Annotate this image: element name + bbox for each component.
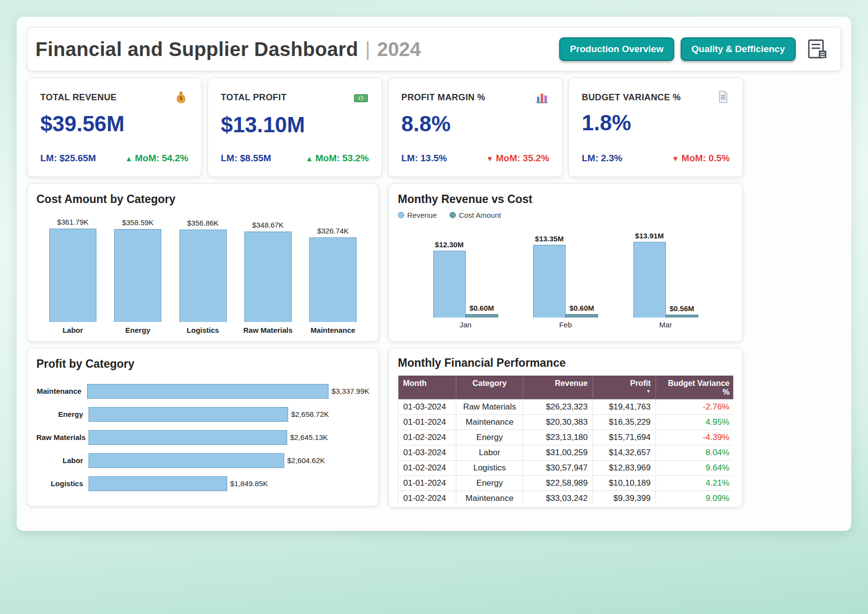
legend-item-revenue[interactable]: Revenue: [398, 211, 437, 219]
column-header-budget-variance[interactable]: Budget Variance %: [656, 376, 734, 400]
profit-bar-raw-materials[interactable]: Raw Materials$2,645.13K: [36, 430, 369, 445]
kpi-mom-value: ▲MoM: 53.2%: [305, 153, 369, 164]
cell-revenue: $33,03,242: [523, 491, 593, 504]
table-wrap[interactable]: MonthCategoryRevenueProfit▼Budget Varian…: [398, 376, 733, 503]
cost-amount-bar-jan[interactable]: $0.60M: [466, 304, 498, 318]
kpi-label: TOTAL REVENUE: [40, 90, 117, 103]
cell-profit: $9,39,399: [593, 491, 656, 504]
profit-bar-labor[interactable]: Labor$2,604.62K: [36, 453, 369, 468]
table-row[interactable]: 01-03-2024Raw Materials$26,23,323$19,41,…: [398, 400, 734, 415]
table-row[interactable]: 01-02-2024Energy$23,13,180$15,71,694-4.3…: [398, 430, 734, 445]
title-separator: |: [365, 38, 370, 60]
document-icon: [716, 90, 730, 106]
kpi-last-month-value: LM: $25.65M: [40, 153, 96, 164]
dashboard-canvas: Financial and Supplier Dashboard | 2024 …: [17, 17, 851, 531]
revenue-bar-feb[interactable]: $13.35M: [533, 234, 566, 318]
table-row[interactable]: 01-02-2024Maintenance$33,03,242$9,39,399…: [398, 491, 734, 504]
cost-amount-bar-feb[interactable]: $0.60M: [566, 304, 598, 318]
cell-category: Energy: [456, 430, 523, 445]
bar[interactable]: [89, 476, 227, 491]
bar-value-label: $3,337.99K: [331, 387, 369, 395]
table-row[interactable]: 01-03-2024Labor$31,00,259$14,32,6578.04%: [398, 445, 734, 461]
bar[interactable]: [309, 237, 357, 322]
bar[interactable]: [89, 430, 287, 445]
kpi-card-profit-margin: PROFIT MARGIN %8.8%LM: 13.5%▼MoM: 35.2%: [388, 78, 563, 177]
revenue-vs-cost-legend: RevenueCost Amount: [398, 211, 733, 219]
kpi-mom-value: ▲MoM: 54.2%: [125, 153, 188, 164]
bar[interactable]: [89, 407, 288, 422]
revenue-bar-jan[interactable]: $12.30M: [433, 240, 466, 318]
month-axis-label: Mar: [659, 321, 672, 329]
bar[interactable]: [244, 232, 292, 322]
cost-bar-energy[interactable]: $358.59KEnergy: [107, 210, 168, 336]
bar[interactable]: [433, 251, 466, 318]
legend-item-cost-amount[interactable]: Cost Amount: [449, 211, 501, 219]
bar-category-label: Energy: [36, 410, 89, 418]
cost-amount-bar-mar[interactable]: $0.56M: [666, 304, 698, 318]
cell-category: Labor: [456, 445, 523, 461]
kpi-row: TOTAL REVENUE$$39.56MLM: $25.65M▲MoM: 54…: [27, 78, 841, 177]
bar-value-label: $326.74K: [317, 227, 349, 235]
report-icon[interactable]: [806, 38, 829, 60]
table-row[interactable]: 01-02-2024Logistics$30,57,947$12,83,9699…: [398, 461, 734, 476]
bar[interactable]: [89, 453, 284, 468]
production-overview-button[interactable]: Production Overview: [559, 37, 674, 61]
page-title: Financial and Supplier Dashboard: [35, 38, 358, 60]
cost-by-category-card: Cost Amount by Category $361.79KLabor$35…: [27, 183, 379, 342]
kpi-last-month-value: LM: 2.3%: [582, 153, 622, 164]
bar[interactable]: [87, 384, 329, 399]
bar[interactable]: [49, 229, 96, 322]
bottom-row: Profit by Category Maintenance$3,337.99K…: [27, 348, 841, 507]
triangle-down-icon: ▼: [486, 154, 493, 163]
cell-profit: $12,83,969: [593, 461, 656, 476]
legend-dot-icon: [398, 212, 404, 218]
bar-value-label: $358.59K: [122, 218, 153, 227]
bar[interactable]: [666, 315, 698, 318]
kpi-card-total-revenue: TOTAL REVENUE$$39.56MLM: $25.65M▲MoM: 54…: [27, 78, 202, 177]
money-bag-icon: $: [174, 90, 188, 107]
bar[interactable]: [180, 230, 227, 322]
column-header-profit[interactable]: Profit▼: [593, 376, 656, 400]
column-header-category[interactable]: Category: [456, 376, 523, 400]
cost-bar-maintenance[interactable]: $326.74KMaintenance: [302, 210, 363, 336]
bar-category-label: Logistics: [187, 326, 219, 336]
cost-bar-logistics[interactable]: $356.86KLogistics: [173, 210, 234, 336]
bar[interactable]: [114, 229, 161, 322]
kpi-value: 1.8%: [582, 111, 730, 135]
kpi-value: $39.56M: [40, 112, 188, 136]
month-axis-label: Feb: [559, 321, 572, 329]
bar[interactable]: [566, 314, 598, 318]
table-row[interactable]: 01-01-2024Energy$22,58,989$10,10,1894.21…: [398, 476, 734, 491]
bar-category-label: Labor: [62, 326, 83, 336]
table-row[interactable]: 01-01-2024Maintenance$20,30,383$16,35,22…: [398, 415, 734, 430]
bar-value-label: $2,658.72K: [291, 410, 329, 418]
cost-bar-labor[interactable]: $361.79KLabor: [42, 210, 103, 336]
revenue-bar-mar[interactable]: $13.91M: [633, 232, 666, 318]
quality-defficiency-button[interactable]: Quality & Defficiency: [681, 37, 796, 61]
cell-profit: $15,71,694: [593, 430, 656, 445]
profit-by-category-card: Profit by Category Maintenance$3,337.99K…: [27, 348, 379, 506]
bar[interactable]: [533, 245, 566, 318]
bar-value-label: $13.91M: [635, 232, 663, 240]
kpi-label: TOTAL PROFIT: [221, 90, 287, 103]
chart-title-profit-by-category: Profit by Category: [36, 357, 369, 371]
profit-bar-logistics[interactable]: Logistics$1,849.85K: [36, 476, 369, 491]
bar-value-label: $0.60M: [469, 304, 494, 312]
bar[interactable]: [466, 314, 498, 318]
cost-bar-raw-materials[interactable]: $348.67KRaw Materials: [238, 210, 299, 336]
chart-title-cost-by-category: Cost Amount by Category: [36, 193, 369, 206]
cell-profit: $10,10,189: [593, 476, 656, 491]
cell-month: 01-01-2024: [398, 415, 456, 430]
bar[interactable]: [633, 242, 666, 318]
revenue-vs-cost-card: Monthy Revenue vs Cost RevenueCost Amoun…: [389, 183, 743, 342]
year-label: 2024: [377, 38, 421, 60]
bar-category-label: Raw Materials: [36, 433, 89, 441]
cell-revenue: $22,58,989: [523, 476, 593, 491]
profit-bar-energy[interactable]: Energy$2,658.72K: [36, 407, 369, 422]
cell-budget-variance: 8.04%: [656, 445, 734, 461]
column-header-month[interactable]: Month: [398, 376, 456, 400]
cell-revenue: $30,57,947: [523, 461, 593, 476]
column-header-revenue[interactable]: Revenue: [523, 376, 593, 400]
profit-bar-maintenance[interactable]: Maintenance$3,337.99K: [36, 383, 369, 399]
bar-value-label: $361.79K: [57, 218, 89, 226]
